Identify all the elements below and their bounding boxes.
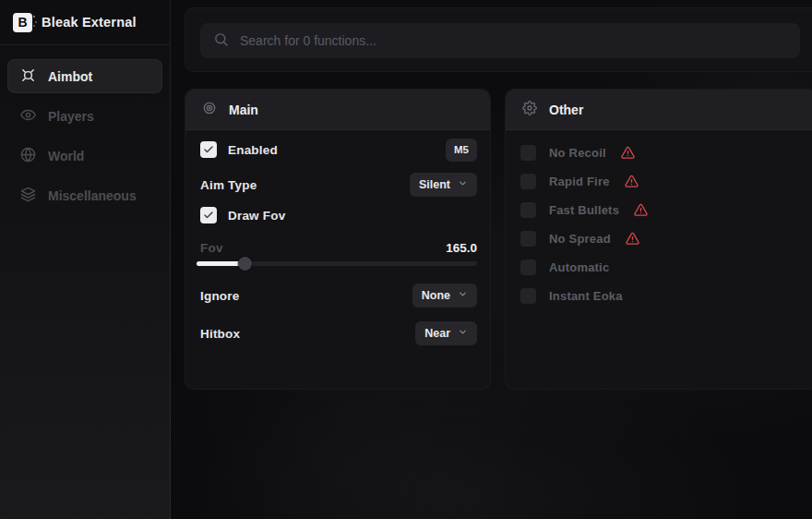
warning-icon <box>634 203 648 217</box>
instant-eoka-label: Instant Eoka <box>549 289 623 303</box>
sidebar-item-label: Aimbot <box>48 69 92 84</box>
list-item-rapid-fire: Rapid Fire <box>520 172 799 190</box>
ignore-label: Ignore <box>200 289 239 303</box>
sidebar-item-world[interactable]: World <box>7 139 162 173</box>
search-input[interactable]: Search for 0 functions... <box>200 23 800 58</box>
list-item-fast-bullets: Fast Bullets <box>520 200 799 219</box>
rapid-fire-checkbox[interactable] <box>520 174 536 189</box>
aim-type-label: Aim Type <box>200 178 257 192</box>
sidebar-item-label: Miscellaneous <box>48 188 137 203</box>
automatic-label: Automatic <box>549 260 609 274</box>
enabled-row: Enabled M5 <box>200 138 477 162</box>
aim-type-value: Silent <box>419 178 450 191</box>
sidebar-item-label: Players <box>48 109 94 124</box>
chevron-down-icon <box>458 289 468 302</box>
crosshair-icon <box>20 67 36 86</box>
no-recoil-label: No Recoil <box>549 146 606 160</box>
search-panel: Search for 0 functions... <box>185 7 812 72</box>
list-item-no-spread: No Spread <box>520 229 799 247</box>
ignore-row: Ignore None <box>200 284 477 308</box>
fov-slider-thumb[interactable] <box>238 257 252 271</box>
fov-value: 165.0 <box>446 241 477 255</box>
fast-bullets-label: Fast Bullets <box>549 203 619 217</box>
fov-slider-fill <box>197 261 245 266</box>
draw-fov-label: Draw Fov <box>228 209 285 223</box>
sidebar-item-label: World <box>48 149 84 163</box>
ignore-dropdown[interactable]: None <box>412 284 477 308</box>
aim-type-dropdown[interactable]: Silent <box>410 173 477 197</box>
hitbox-value: Near <box>424 327 450 340</box>
no-spread-checkbox[interactable] <box>520 231 536 247</box>
sidebar-nav: Aimbot Players World Miscellaneous <box>0 45 170 212</box>
fov-slider[interactable] <box>197 261 477 266</box>
other-panel: Other No Recoil Rapid Fire Fast Bullets <box>505 89 812 390</box>
sidebar: B Bleak External Aimbot Players World <box>0 0 171 519</box>
search-icon <box>213 31 229 51</box>
main-panel: Main Enabled M5 Aim Type Silent Draw Fov… <box>185 89 491 390</box>
sidebar-item-players[interactable]: Players <box>7 99 162 133</box>
other-panel-title: Other <box>549 103 583 117</box>
sidebar-header: B Bleak External <box>0 0 170 45</box>
automatic-checkbox[interactable] <box>520 260 536 275</box>
chevron-down-icon <box>458 178 468 191</box>
search-placeholder: Search for 0 functions... <box>240 33 376 48</box>
fast-bullets-checkbox[interactable] <box>520 202 536 218</box>
fov-row: Fov 165.0 <box>200 235 477 260</box>
other-options-list: No Recoil Rapid Fire Fast Bullets No Spr… <box>520 143 799 305</box>
globe-icon <box>20 147 36 165</box>
list-item-automatic: Automatic <box>520 258 799 276</box>
app-title: Bleak External <box>42 15 137 30</box>
main-panel-title: Main <box>229 103 258 117</box>
draw-fov-checkbox[interactable] <box>200 207 217 223</box>
hitbox-row: Hitbox Near <box>200 321 477 345</box>
ignore-value: None <box>422 289 450 302</box>
warning-icon <box>626 232 639 246</box>
draw-fov-row: Draw Fov <box>200 203 477 227</box>
layers-icon <box>20 187 36 205</box>
gear-icon <box>522 101 537 119</box>
no-spread-label: No Spread <box>549 232 611 246</box>
rapid-fire-label: Rapid Fire <box>549 175 610 188</box>
target-icon <box>202 101 217 119</box>
eye-icon <box>20 107 36 126</box>
warning-icon <box>621 146 635 160</box>
logo-letter: B <box>18 16 27 29</box>
hitbox-dropdown[interactable]: Near <box>415 321 477 345</box>
enabled-checkbox[interactable] <box>200 141 217 158</box>
enabled-keybind-button[interactable]: M5 <box>446 139 477 162</box>
app-logo: B <box>13 13 32 32</box>
chevron-down-icon <box>458 327 468 340</box>
warning-icon <box>625 175 639 188</box>
list-item-instant-eoka: Instant Eoka <box>520 286 799 305</box>
enabled-label: Enabled <box>228 143 278 157</box>
hitbox-label: Hitbox <box>200 327 240 341</box>
sidebar-item-miscellaneous[interactable]: Miscellaneous <box>7 178 162 212</box>
other-panel-header: Other <box>506 90 812 130</box>
main-panel-header: Main <box>185 90 490 130</box>
fov-label: Fov <box>200 241 223 255</box>
list-item-no-recoil: No Recoil <box>520 143 799 162</box>
instant-eoka-checkbox[interactable] <box>520 288 536 304</box>
no-recoil-checkbox[interactable] <box>520 145 536 161</box>
aim-type-row: Aim Type Silent <box>200 173 477 197</box>
sidebar-item-aimbot[interactable]: Aimbot <box>7 59 162 93</box>
